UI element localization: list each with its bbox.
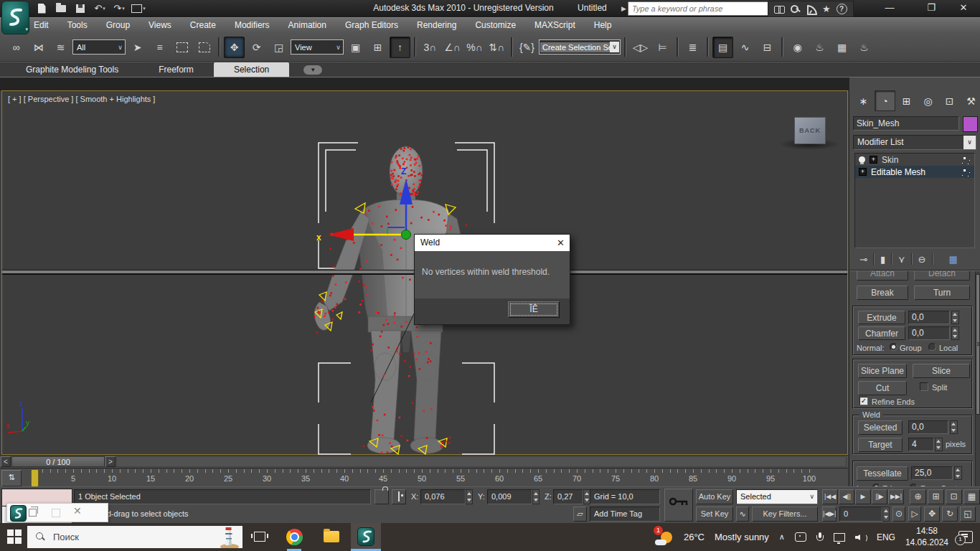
configure-modifier-sets-icon[interactable]: ▦ — [949, 254, 958, 265]
dropdown-chevron-icon[interactable]: ∨ — [116, 44, 125, 51]
menu-item-maxscript[interactable]: MAXScript — [525, 18, 585, 33]
layer-manager-icon[interactable]: ≣ — [682, 37, 703, 58]
start-button[interactable] — [7, 529, 23, 545]
normal-group-radio[interactable] — [890, 343, 897, 351]
default-in-out-tangent-button[interactable]: ∿ — [736, 507, 749, 522]
rect-selection-region-icon[interactable] — [171, 37, 192, 58]
ribbon-tab-graphite-modeling-tools[interactable]: Graphite Modeling Tools — [6, 62, 138, 77]
zoom-all-button[interactable]: ⊞ — [928, 489, 944, 504]
menu-item-create[interactable]: Create — [181, 18, 225, 33]
go-to-end-button[interactable]: ▶▶| — [888, 489, 904, 504]
chrome-taskbar-button[interactable] — [286, 528, 303, 545]
tessellate-spinner[interactable] — [954, 466, 962, 480]
menu-item-help[interactable]: Help — [585, 18, 621, 33]
align-icon[interactable]: ⊨ — [652, 37, 673, 58]
object-name-field[interactable] — [853, 116, 959, 131]
network-icon[interactable] — [834, 533, 845, 542]
next-frame-button[interactable]: ||▶ — [872, 489, 887, 504]
menu-item-animation[interactable]: Animation — [279, 18, 336, 33]
object-color-swatch[interactable] — [963, 116, 978, 132]
pin-stack-icon[interactable]: ⊸ — [859, 254, 867, 265]
infocenter-search-input[interactable] — [628, 1, 771, 16]
chamfer-button[interactable]: Chamfer — [858, 326, 905, 340]
speaker-icon[interactable] — [855, 532, 867, 542]
add-time-tag[interactable]: Add Time Tag — [590, 507, 660, 522]
time-slider-handle[interactable]: 0 / 100 — [11, 456, 105, 467]
weld-ok-button[interactable]: ÎÊ — [508, 301, 560, 318]
gizmo-x-arrow[interactable] — [328, 228, 354, 241]
mini-curve-editor-button[interactable]: ⇅ — [1, 470, 22, 486]
clock[interactable]: 14:58 14.06.2024 — [905, 526, 948, 548]
select-by-name-icon[interactable]: ≡ — [149, 37, 170, 58]
viewport-label[interactable]: [ + ] [ Perspective ] [ Smooth + Highlig… — [8, 95, 155, 103]
search-expand-icon[interactable]: ▶ — [621, 5, 626, 12]
maximize-viewport-toggle[interactable]: ◱ — [960, 507, 976, 522]
material-editor-icon[interactable]: ◉ — [787, 37, 808, 58]
window-crossing-icon[interactable] — [194, 37, 215, 58]
play-button[interactable]: ▶ — [855, 489, 871, 504]
tray-expand-icon[interactable]: ∧ — [779, 532, 785, 542]
break-button[interactable]: Break — [857, 286, 908, 300]
time-configuration-button[interactable]: ⊙ — [892, 507, 905, 522]
selection-lock-button[interactable] — [374, 489, 389, 504]
extrude-spinner[interactable] — [951, 311, 959, 324]
key-filters-button[interactable]: Key Filters... — [752, 507, 818, 522]
tab-display[interactable]: ⊡ — [939, 90, 960, 111]
detach-button[interactable]: Detach — [914, 271, 970, 281]
menu-item-edit[interactable]: Edit — [24, 18, 58, 33]
unlink-selection-icon[interactable]: ⋈ — [28, 37, 49, 58]
task-view-button[interactable] — [251, 528, 268, 545]
x-coordinate-field[interactable]: 0,076 — [420, 489, 466, 504]
weld-target-spinner[interactable] — [935, 438, 943, 451]
use-pivot-point-center-icon[interactable]: ▣ — [345, 37, 366, 58]
select-object-icon[interactable]: ➤ — [127, 37, 148, 58]
tessellate-button[interactable]: Tessellate — [857, 466, 908, 481]
select-and-scale-icon[interactable]: ◲ — [268, 37, 289, 58]
percent-snap-toggle-icon[interactable]: %∩ — [464, 37, 485, 58]
weather-icon[interactable]: 1 — [655, 529, 674, 546]
bind-to-space-warp-icon[interactable]: ≋ — [50, 37, 71, 58]
tab-modify[interactable]: ◔ — [875, 90, 895, 111]
y-spinner[interactable] — [532, 489, 540, 504]
current-frame-marker[interactable] — [31, 469, 39, 487]
menu-item-graph-editors[interactable]: Graph Editors — [336, 18, 407, 33]
ribbon-tab-selection[interactable]: Selection — [214, 62, 289, 77]
menu-item-rendering[interactable]: Rendering — [407, 18, 466, 33]
graphite-ribbon-toggle-icon[interactable]: ▤ — [712, 37, 733, 58]
by-face-center-radio[interactable] — [910, 484, 918, 486]
weld-selected-spinner[interactable] — [950, 420, 958, 434]
absolute-mode-button[interactable] — [392, 489, 406, 504]
set-key-button[interactable]: Set Key — [696, 507, 733, 522]
application-menu-button[interactable]: ▾ — [1, 1, 29, 34]
show-end-result-icon[interactable]: ▮ — [880, 254, 885, 265]
menu-item-views[interactable]: Views — [139, 18, 181, 33]
slice-plane-button[interactable]: Slice Plane — [858, 364, 907, 378]
select-and-rotate-icon[interactable]: ⟳ — [246, 37, 267, 58]
menu-item-tools[interactable]: Tools — [58, 18, 97, 33]
scrollbar-thumb[interactable] — [976, 274, 980, 415]
isolate-toggle-button[interactable]: ▱ — [573, 507, 587, 522]
ribbon-tab-freeform[interactable]: Freeform — [138, 62, 214, 77]
key-mode-toggle[interactable]: |◀▶| — [822, 507, 837, 522]
mirror-icon[interactable]: ◁▷ — [630, 37, 651, 58]
help-icon[interactable]: ? — [837, 4, 847, 14]
orbit-button[interactable]: ↻ — [942, 507, 958, 522]
tray-device-icon[interactable] — [795, 532, 806, 542]
subscription-key-icon[interactable] — [791, 4, 801, 14]
expand-plus-icon[interactable]: + — [870, 156, 877, 164]
make-unique-icon[interactable]: ⋎ — [898, 254, 905, 265]
select-and-link-icon[interactable]: ∞ — [6, 37, 27, 58]
extrude-field[interactable]: 0,0 — [908, 311, 950, 324]
viewcube[interactable]: BACK — [794, 117, 826, 144]
language-indicator[interactable]: ENG — [877, 532, 895, 542]
selection-filter-dropdown[interactable]: All∨ — [72, 39, 126, 55]
weld-selected-field[interactable]: 0,0 — [908, 420, 948, 434]
named-selection-sets-dropdown[interactable]: Create Selection Se∨ — [539, 39, 621, 55]
menu-item-customize[interactable]: Customize — [466, 18, 525, 33]
close-button[interactable]: ✕ — [953, 2, 974, 13]
previous-frame-button[interactable]: < — [1, 456, 11, 467]
y-coordinate-field[interactable]: 0,009 — [487, 489, 532, 504]
tab-motion[interactable]: ◎ — [918, 90, 938, 111]
split-checkbox[interactable] — [920, 382, 928, 391]
panel-scrollbar[interactable] — [975, 271, 980, 486]
